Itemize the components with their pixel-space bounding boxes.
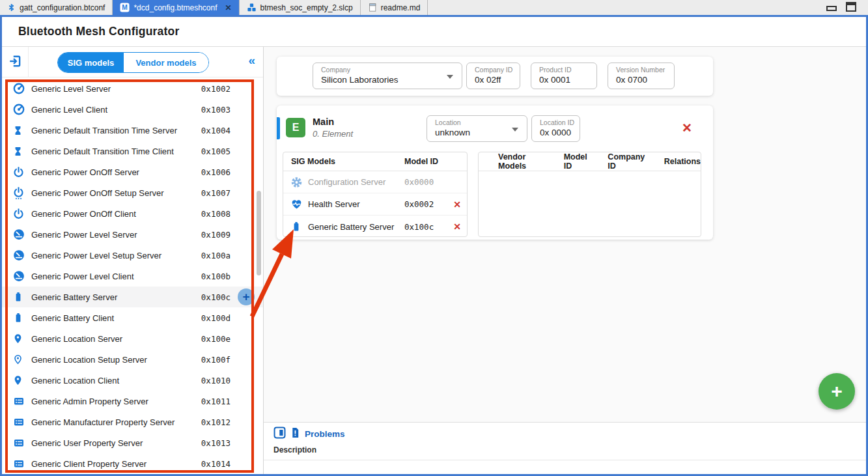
minimize-icon[interactable] bbox=[826, 6, 837, 11]
model-id: 0x1004 bbox=[201, 126, 231, 135]
model-id: 0x1010 bbox=[201, 376, 231, 385]
panel-layout-icon bbox=[273, 427, 286, 441]
collapse-panel-icon[interactable]: « bbox=[248, 53, 255, 68]
location-id-field[interactable]: Location ID 0x 0000 bbox=[531, 115, 580, 142]
bluetooth-mesh-configurator-window: gatt_configuration.btconfM*dcd_config.bt… bbox=[0, 0, 868, 476]
problems-title: Problems bbox=[305, 429, 345, 439]
model-item-generic-power-level-setup-server[interactable]: Generic Power Level Setup Server0x100a bbox=[2, 245, 263, 266]
model-name: Generic Location Client bbox=[31, 376, 119, 385]
model-id: 0x1014 bbox=[201, 459, 231, 469]
scrollbar-thumb[interactable] bbox=[257, 191, 261, 275]
model-id-header: Model ID bbox=[404, 157, 438, 166]
model-library-toolbar: SIG models Vendor models « bbox=[2, 47, 263, 77]
page-title: Bluetooth Mesh Configurator bbox=[18, 25, 179, 38]
speedometer-icon bbox=[13, 249, 25, 261]
model-item-generic-power-onoff-client[interactable]: Generic Power OnOff Client0x1008 bbox=[2, 203, 263, 224]
company-select[interactable]: Company Silicon Laboratories bbox=[313, 63, 462, 89]
tab-readme-md[interactable]: readme.md bbox=[361, 0, 428, 15]
model-name: Generic Manufacturer Property Server bbox=[31, 417, 175, 427]
model-name: Generic Power Level Server bbox=[31, 230, 137, 240]
product-id-field[interactable]: Product ID 0x 0001 bbox=[531, 63, 597, 89]
model-item-generic-manufacturer-property-server[interactable]: Generic Manufacturer Property Server0x10… bbox=[2, 412, 263, 432]
import-models-button[interactable] bbox=[2, 47, 29, 77]
model-name: Generic Admin Property Server bbox=[31, 397, 148, 406]
version-number-field[interactable]: Version Number 0x 0700 bbox=[608, 63, 675, 89]
model-id: 0x1007 bbox=[201, 188, 231, 198]
battery-icon bbox=[13, 291, 25, 303]
model-item-generic-location-client[interactable]: Generic Location Client0x1010 bbox=[2, 370, 263, 391]
model-name: Generic Power OnOff Setup Server bbox=[31, 188, 164, 198]
model-item-generic-admin-property-server[interactable]: Generic Admin Property Server0x1011 bbox=[2, 391, 263, 412]
add-model-button[interactable]: + bbox=[238, 288, 255, 305]
sig-model-row-health-server: Health Server0x0002✕ bbox=[283, 193, 467, 216]
speedometer-icon bbox=[13, 270, 25, 282]
hourglass-icon bbox=[13, 145, 25, 157]
window-controls bbox=[826, 2, 856, 12]
sig-model-row-configuration-server: Configuration Server0x0000 bbox=[283, 171, 467, 193]
model-item-generic-level-client[interactable]: Generic Level Client0x1003 bbox=[2, 99, 263, 120]
model-name: Generic User Property Server bbox=[31, 438, 143, 448]
tab-label: btmesh_soc_empty_2.slcp bbox=[260, 3, 353, 12]
model-id: 0x1006 bbox=[201, 167, 231, 177]
problems-tab[interactable]: Problems bbox=[273, 427, 345, 441]
battery-icon bbox=[291, 221, 302, 232]
chevron-down-icon bbox=[447, 75, 453, 79]
model-item-generic-location-setup-server[interactable]: Generic Location Setup Server0x100f bbox=[2, 349, 263, 370]
model-item-generic-battery-server[interactable]: Generic Battery Server0x100c+ bbox=[2, 287, 263, 307]
delete-model-button[interactable]: ✕ bbox=[453, 199, 461, 210]
model-item-generic-client-property-server[interactable]: Generic Client Property Server0x1014 bbox=[2, 453, 263, 474]
model-item-generic-level-server[interactable]: Generic Level Server0x1002 bbox=[2, 78, 263, 99]
model-item-generic-location-server[interactable]: Generic Location Server0x100e bbox=[2, 328, 263, 349]
model-item-generic-power-onoff-setup-server[interactable]: Generic Power OnOff Setup Server0x1007 bbox=[2, 182, 263, 203]
element-card: E Main 0. Element Location unknown Locat… bbox=[277, 105, 713, 240]
health-icon bbox=[291, 199, 302, 210]
model-item-generic-battery-client[interactable]: Generic Battery Client0x100d bbox=[2, 307, 263, 328]
location-select[interactable]: Location unknown bbox=[427, 115, 527, 142]
delete-model-button[interactable]: ✕ bbox=[453, 221, 461, 232]
gauge-icon bbox=[13, 104, 25, 115]
vendor-models-table: Vendor ModelsModel IDCompany IDRelations bbox=[478, 152, 701, 237]
delete-element-button[interactable]: ✕ bbox=[682, 120, 692, 135]
model-name: Generic Location Server bbox=[31, 334, 122, 344]
model-name: Generic Default Transition Time Server bbox=[31, 126, 177, 135]
vendor-models-toggle[interactable]: Vendor models bbox=[124, 53, 208, 72]
tab-label: *dcd_config.btmeshconf bbox=[133, 3, 217, 12]
model-id: 0x100c bbox=[201, 292, 231, 302]
model-id: 0x1013 bbox=[201, 438, 231, 448]
model-id: 0x1011 bbox=[201, 397, 231, 406]
model-name: Generic Power OnOff Client bbox=[31, 209, 136, 219]
add-element-button[interactable]: + bbox=[819, 373, 855, 410]
model-name: Generic Default Transition Time Client bbox=[31, 147, 174, 156]
sig-models-table: SIG Models Model ID Configuration Server… bbox=[283, 152, 468, 237]
model-id: 0x0000 bbox=[404, 177, 434, 187]
model-id: 0x1003 bbox=[201, 105, 231, 115]
tab-dcd-config-btmeshconf[interactable]: M*dcd_config.btmeshconf✕ bbox=[113, 0, 239, 15]
model-item-generic-default-transition-time-client[interactable]: Generic Default Transition Time Client0x… bbox=[2, 141, 263, 161]
model-id: 0x100c bbox=[404, 222, 434, 232]
model-item-generic-power-onoff-server[interactable]: Generic Power OnOff Server0x1006 bbox=[2, 161, 263, 182]
maximize-icon[interactable] bbox=[846, 2, 856, 12]
close-tab-icon[interactable]: ✕ bbox=[225, 3, 232, 12]
model-name: Generic Power Level Setup Server bbox=[31, 251, 161, 260]
model-id: 0x100b bbox=[201, 272, 231, 281]
model-item-generic-power-level-server[interactable]: Generic Power Level Server0x1009 bbox=[2, 224, 263, 245]
file-icon bbox=[368, 3, 377, 12]
model-id: 0x1002 bbox=[201, 84, 231, 94]
model-id: 0x1009 bbox=[201, 230, 231, 240]
model-id: 0x1005 bbox=[201, 147, 231, 156]
property-list-icon bbox=[13, 458, 25, 469]
model-item-generic-power-level-client[interactable]: Generic Power Level Client0x100b bbox=[2, 266, 263, 287]
problems-panel: Problems Description bbox=[264, 422, 866, 474]
tab-btmesh-soc-empty-2-slcp[interactable]: btmesh_soc_empty_2.slcp bbox=[240, 0, 361, 15]
property-list-icon bbox=[13, 437, 25, 449]
tab-gatt-configuration-btconf[interactable]: gatt_configuration.btconf bbox=[0, 0, 113, 15]
sig-models-toggle[interactable]: SIG models bbox=[58, 53, 124, 72]
company-id-field[interactable]: Company ID 0x 02ff bbox=[466, 63, 520, 89]
bluetooth-icon bbox=[7, 3, 16, 12]
model-item-generic-default-transition-time-server[interactable]: Generic Default Transition Time Server0x… bbox=[2, 120, 263, 141]
model-name: Generic Battery Server bbox=[308, 222, 394, 232]
model-name: Generic Battery Client bbox=[31, 313, 114, 323]
model-id: 0x1008 bbox=[201, 209, 231, 219]
model-item-generic-user-property-server[interactable]: Generic User Property Server0x1013 bbox=[2, 432, 263, 453]
power-setup-icon bbox=[13, 187, 25, 199]
